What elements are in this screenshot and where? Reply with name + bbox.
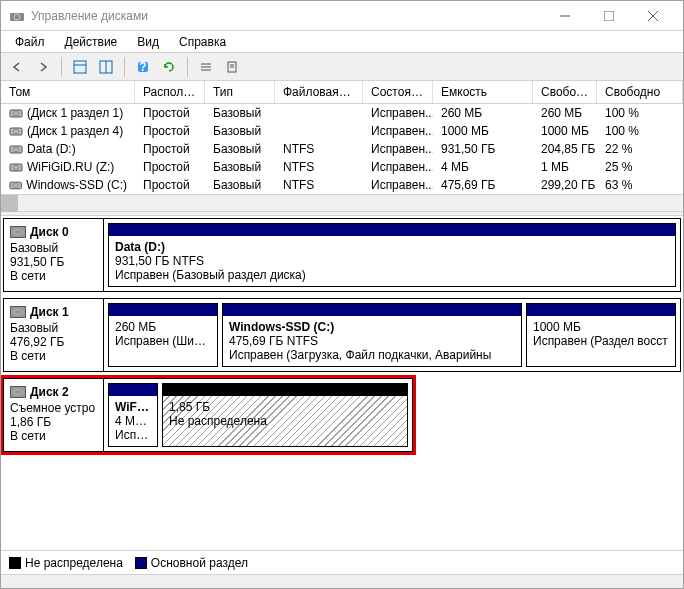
svg-rect-3 [604,11,614,21]
table-row[interactable]: Data (D:)ПростойБазовыйNTFSИсправен...93… [1,140,683,158]
volume-name: WiFiGi [115,400,151,414]
menu-help[interactable]: Справка [169,33,236,51]
volume-box-unallocated[interactable]: 1,85 ГБ Не распределена [162,383,408,447]
volume-box[interactable]: 260 МБ Исправен (Шифро [108,303,218,367]
disk-name: Диск 2 [30,385,69,399]
bottom-strip [1,574,683,588]
minimize-button[interactable] [543,2,587,30]
table-row[interactable]: WiFiGiD.RU (Z:)ПростойБазовыйNTFSИсправе… [1,158,683,176]
menu-action[interactable]: Действие [55,33,128,51]
disk-name: Диск 0 [30,225,69,239]
disk-name: Диск 1 [30,305,69,319]
disk-type: Базовый [10,321,97,335]
volume-stat: Исправен (Базовый раздел диска) [115,268,669,282]
disk-icon [10,386,26,398]
disk-info: Диск 2 Съемное устро 1,86 ГБ В сети [4,379,104,451]
disk-type: Базовый [10,241,97,255]
table-row[interactable]: Windows-SSD (C:)ПростойБазовыйNTFSИсправ… [1,176,683,194]
volume-box[interactable]: Data (D:) 931,50 ГБ NTFS Исправен (Базов… [108,223,676,287]
svg-rect-6 [74,61,86,73]
volume-cap [109,384,157,396]
table-header: Том Располо... Тип Файловая с... Состоян… [1,81,683,104]
refresh-button[interactable] [157,55,181,79]
volume-sub: 475,69 ГБ NTFS [229,334,515,348]
volume-name: Data (D:) [115,240,669,254]
back-button[interactable] [5,55,29,79]
maximize-button[interactable] [587,2,631,30]
table-row[interactable]: (Диск 1 раздел 1)ПростойБазовыйИсправен.… [1,104,683,122]
volume-box[interactable]: WiFiGi 4 МБ N Исправ [108,383,158,447]
volume-sub: 931,50 ГБ NTFS [115,254,669,268]
volume-table: Том Располо... Тип Файловая с... Состоян… [1,81,683,211]
disk-status: В сети [10,269,97,283]
volume-cap [527,304,675,316]
toolbar-btn-list[interactable] [194,55,218,79]
toolbar-btn-view[interactable] [68,55,92,79]
volume-stat: Исправен (Загрузка, Файл подкачки, Авари… [229,348,515,362]
toolbar-btn-view2[interactable] [94,55,118,79]
disk-status: В сети [10,349,97,363]
volume-cap [109,224,675,236]
col-svobp[interactable]: Свободно [597,81,683,103]
col-svob[interactable]: Свобод... [533,81,597,103]
volume-cap [109,304,217,316]
disk-row-0[interactable]: Диск 0 Базовый 931,50 ГБ В сети Data (D:… [3,218,681,292]
volume-sub: 1,85 ГБ [169,400,401,414]
table-row[interactable]: (Диск 1 раздел 4)ПростойБазовыйИсправен.… [1,122,683,140]
col-sost[interactable]: Состояние [363,81,433,103]
disk-row-1[interactable]: Диск 1 Базовый 476,92 ГБ В сети 260 МБ И… [3,298,681,372]
col-raspo[interactable]: Располо... [135,81,205,103]
toolbar-btn-props[interactable] [220,55,244,79]
volume-stat: Не распределена [169,414,401,428]
volume-sub: 260 МБ [115,320,211,334]
toolbar: ? [1,53,683,81]
help-button[interactable]: ? [131,55,155,79]
menu-view[interactable]: Вид [127,33,169,51]
table-rows: (Диск 1 раздел 1)ПростойБазовыйИсправен.… [1,104,683,194]
toolbar-separator [61,57,62,77]
legend-unallocated: Не распределена [9,556,123,570]
disk-info: Диск 0 Базовый 931,50 ГБ В сети [4,219,104,291]
disk-size: 931,50 ГБ [10,255,97,269]
toolbar-separator [187,57,188,77]
forward-button[interactable] [31,55,55,79]
volume-box[interactable]: Windows-SSD (C:) 475,69 ГБ NTFS Исправен… [222,303,522,367]
volume-stat: Исправен (Раздел восст [533,334,669,348]
swatch-unalloc [9,557,21,569]
h-scrollbar[interactable] [1,194,683,211]
disk-size: 476,92 ГБ [10,335,97,349]
disk-type: Съемное устро [10,401,97,415]
disk-icon [10,306,26,318]
svg-text:?: ? [139,60,146,74]
app-icon [9,8,25,24]
toolbar-separator [124,57,125,77]
col-emk[interactable]: Емкость [433,81,533,103]
close-button[interactable] [631,2,675,30]
legend-primary: Основной раздел [135,556,248,570]
menubar: Файл Действие Вид Справка [1,31,683,53]
volume-cap [163,384,407,396]
window-title: Управление дисками [31,9,543,23]
titlebar: Управление дисками [1,1,683,31]
swatch-primary [135,557,147,569]
disk-icon [10,226,26,238]
disk-size: 1,86 ГБ [10,415,97,429]
volume-name: Windows-SSD (C:) [229,320,515,334]
volume-sub: 4 МБ N [115,414,151,428]
volume-cap [223,304,521,316]
disk-status: В сети [10,429,97,443]
disk-row-2[interactable]: Диск 2 Съемное устро 1,86 ГБ В сети WiFi… [3,378,413,452]
legend: Не распределена Основной раздел [1,550,683,574]
volume-stat: Исправен (Шифро [115,334,211,348]
disk-info: Диск 1 Базовый 476,92 ГБ В сети [4,299,104,371]
disk-map: Диск 0 Базовый 931,50 ГБ В сети Data (D:… [1,216,683,550]
volume-box[interactable]: 1000 МБ Исправен (Раздел восст [526,303,676,367]
col-tip[interactable]: Тип [205,81,275,103]
col-tom[interactable]: Том [1,81,135,103]
volume-sub: 1000 МБ [533,320,669,334]
menu-file[interactable]: Файл [5,33,55,51]
volume-stat: Исправ [115,428,151,442]
col-fs[interactable]: Файловая с... [275,81,363,103]
